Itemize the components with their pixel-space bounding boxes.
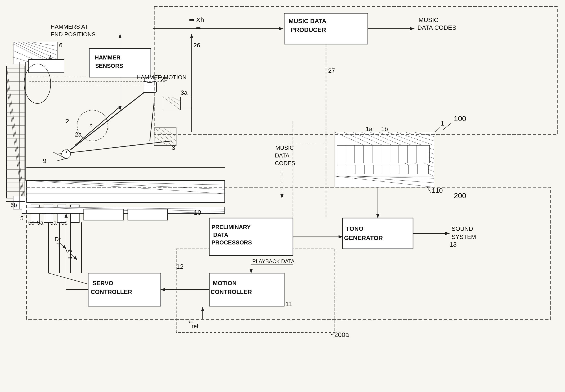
svg-text:SENSORS: SENSORS <box>95 63 123 69</box>
svg-rect-132 <box>342 218 413 249</box>
xh-label: Xh <box>196 16 204 23</box>
hammers-at-end-label: HAMMERS AT <box>51 23 88 30</box>
svg-text:DATA: DATA <box>213 231 228 238</box>
num-10: 10 <box>194 209 201 216</box>
svg-text:CONTROLLER: CONTROLLER <box>211 289 252 295</box>
svg-rect-30 <box>27 194 225 203</box>
svg-text:GENERATOR: GENERATOR <box>344 235 383 241</box>
num-27: 27 <box>328 67 335 74</box>
svg-text:5a: 5a <box>50 219 56 226</box>
svg-text:⇒: ⇒ <box>196 25 201 31</box>
svg-text:⇒: ⇒ <box>189 16 195 23</box>
num-1a: 1a <box>366 126 373 132</box>
playback-data-label: PLAYBACK DATA <box>252 258 295 264</box>
dr-label: Dr <box>55 236 61 242</box>
music-data-codes-mid-label: MUSIC <box>275 144 294 151</box>
svg-text:DATA: DATA <box>275 152 289 159</box>
num-11: 11 <box>285 300 293 308</box>
svg-rect-14 <box>29 59 64 73</box>
num-2: 2 <box>66 118 69 125</box>
preliminary-data-processors-label: PRELIMINARY <box>212 224 251 230</box>
svg-text:CODES: CODES <box>275 160 295 167</box>
vy-label: Vy <box>66 248 72 255</box>
svg-rect-79 <box>84 209 123 220</box>
svg-rect-112 <box>338 165 428 174</box>
num-7: 7 <box>65 148 69 154</box>
num-5b: 5b <box>11 202 17 208</box>
svg-rect-80 <box>128 209 167 220</box>
num-3: 3 <box>172 144 175 151</box>
num-2a: 2a <box>75 131 82 138</box>
num-110: 110 <box>432 187 443 194</box>
num-13: 13 <box>449 241 457 248</box>
svg-text:5c: 5c <box>61 219 67 226</box>
svg-text:⇐: ⇐ <box>188 318 194 325</box>
svg-text:DATA CODES: DATA CODES <box>417 24 456 31</box>
svg-text:PRODUCER: PRODUCER <box>291 27 326 33</box>
num-5: 5 <box>20 215 23 222</box>
num-26: 26 <box>193 42 200 49</box>
svg-text:PROCESSORS: PROCESSORS <box>212 239 252 246</box>
svg-text:END POSITIONS: END POSITIONS <box>51 31 96 38</box>
num-6: 6 <box>59 42 63 49</box>
sound-system-label: SOUND <box>452 225 473 232</box>
svg-text:SYSTEM: SYSTEM <box>452 234 476 240</box>
num-100: 100 <box>454 114 466 123</box>
svg-text:⇒: ⇒ <box>68 255 72 261</box>
num-9: 9 <box>43 157 46 164</box>
motion-controller-label: MOTION <box>213 280 237 287</box>
num-200a: ~200a <box>330 331 349 338</box>
servo-controller-label: SERVO <box>93 280 113 287</box>
svg-text:⇑: ⇑ <box>56 242 61 248</box>
diagram-container: Xh ⇒ HAMMERS AT END POSITIONS HAMMER MOT… <box>0 0 565 392</box>
num-5c: 5c <box>28 219 34 226</box>
music-data-codes-top-label: MUSIC <box>419 16 438 23</box>
n-label: n <box>89 122 93 129</box>
num-1b: 1b <box>381 126 388 132</box>
svg-rect-101 <box>337 145 430 163</box>
hammer-sensors-label: HAMMER <box>95 54 120 61</box>
tono-generator-label: TONO <box>346 225 364 232</box>
num-5a: 5a <box>37 219 43 226</box>
music-data-producer-label: MUSIC DATA <box>289 18 326 25</box>
num-200: 200 <box>454 191 466 200</box>
num-12: 12 <box>176 263 184 270</box>
num-4: 4 <box>48 54 52 61</box>
num-2b: 2b <box>161 76 168 82</box>
svg-text:CONTROLLER: CONTROLLER <box>91 289 132 295</box>
num-3a: 3a <box>181 89 188 96</box>
num-1: 1 <box>440 120 444 127</box>
